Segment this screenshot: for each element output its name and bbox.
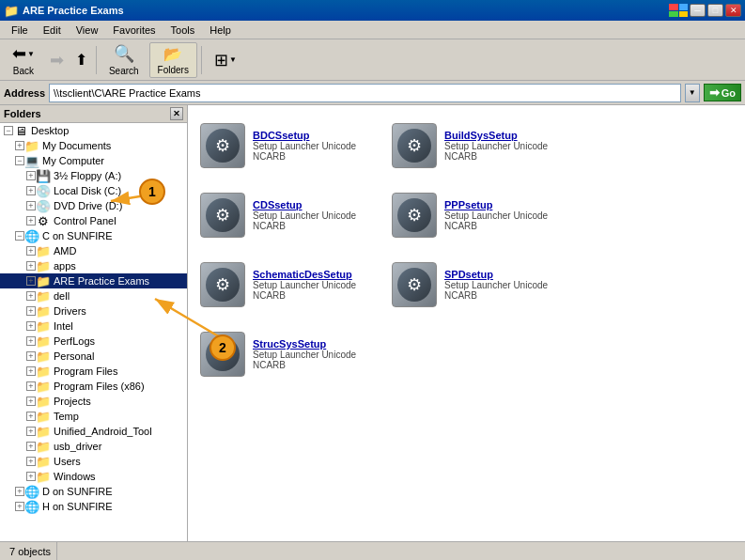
tree-expand-temp[interactable]: + (26, 412, 36, 421)
dropdown-arrow-views: ▼ (229, 55, 237, 64)
menu-file[interactable]: File (4, 23, 36, 38)
tree-item-apps[interactable]: +📁apps (0, 258, 187, 273)
tree-item-my-computer[interactable]: −💻My Computer (0, 153, 187, 168)
tree-item-amd[interactable]: +📁AMD (0, 243, 187, 258)
tree-label-control-panel: Control Panel (54, 215, 116, 226)
tree-expand-local-disk[interactable]: + (26, 186, 36, 195)
tree-expand-windows[interactable]: + (26, 472, 36, 481)
file-item-cds[interactable]: ⚙CDSsetupSetup Launcher UnicodeNCARB (195, 182, 383, 248)
tree-expand-intel[interactable]: + (26, 321, 36, 331)
tree-label-d-on-sunfire: D on SUNFIRE (42, 486, 113, 497)
tree-expand-program-files[interactable]: + (26, 366, 36, 376)
tree-item-my-docs[interactable]: +📁My Documents (0, 138, 187, 153)
tree-expand-drivers[interactable]: + (26, 306, 36, 316)
tree-item-dvd[interactable]: +💿DVD Drive (D:) (0, 198, 187, 213)
close-button[interactable]: ✕ (725, 4, 741, 17)
tree-item-personal[interactable]: +📁Personal (0, 349, 187, 364)
tree-expand-usb-driver[interactable]: + (26, 442, 36, 451)
tree-expand-dvd[interactable]: + (26, 201, 36, 210)
file-item-spd[interactable]: ⚙SPDsetupSetup Launcher UnicodeNCARB (387, 252, 575, 318)
file-publisher-spd: NCARB (444, 290, 548, 301)
tree-expand-projects[interactable]: + (26, 397, 36, 406)
main-area: Folders ✕ −🖥Desktop+📁My Documents−💻My Co… (0, 105, 745, 541)
tree-item-perflogs[interactable]: +📁PerfLogs (0, 334, 187, 349)
menu-help[interactable]: Help (202, 23, 239, 38)
tree-label-apps: apps (54, 260, 76, 272)
separator-1 (96, 46, 97, 74)
file-item-buildsys[interactable]: ⚙BuildSysSetupSetup Launcher UnicodeNCAR… (387, 113, 575, 179)
tree-item-intel[interactable]: +📁Intel (0, 319, 187, 334)
menu-view[interactable]: View (69, 23, 106, 38)
file-item-schematic[interactable]: ⚙SchematicDesSetupSetup Launcher Unicode… (195, 252, 383, 318)
file-icon-ppp: ⚙ (392, 193, 437, 238)
tree-item-usb-driver[interactable]: +📁usb_driver (0, 439, 187, 454)
file-item-bdcs[interactable]: ⚙BDCSsetupSetup Launcher UnicodeNCARB (195, 113, 383, 179)
file-publisher-bdcs: NCARB (253, 151, 356, 162)
search-button[interactable]: 🔍 Search (101, 42, 147, 78)
tree-expand-unified[interactable]: + (26, 427, 36, 436)
file-type-spd: Setup Launcher Unicode (444, 280, 548, 290)
menu-favorites[interactable]: Favorites (105, 23, 163, 38)
menu-tools[interactable]: Tools (163, 23, 203, 38)
tree-expand-dell[interactable]: + (26, 291, 36, 301)
tree-expand-h-on-sunfire[interactable]: + (15, 502, 24, 511)
tree-item-dell[interactable]: +📁dell (0, 288, 187, 303)
menu-edit[interactable]: Edit (36, 23, 69, 38)
views-button[interactable]: ⊞ ▼ (206, 42, 245, 78)
tree-item-windows[interactable]: +📁Windows (0, 469, 187, 484)
file-type-bdcs: Setup Launcher Unicode (253, 141, 356, 151)
window-icon: 📁 (4, 4, 19, 18)
file-info-cds: CDSsetupSetup Launcher UnicodeNCARB (253, 199, 356, 231)
tree-expand-c-on-sunfire[interactable]: − (15, 231, 24, 241)
file-info-schematic: SchematicDesSetupSetup Launcher UnicodeN… (253, 269, 356, 301)
tree-item-d-on-sunfire[interactable]: +🌐D on SUNFIRE (0, 484, 187, 499)
file-item-strucsys[interactable]: ⚙StrucSysSetupSetup Launcher UnicodeNCAR… (195, 321, 383, 387)
tree-item-users[interactable]: +📁Users (0, 454, 187, 469)
tree-expand-d-on-sunfire[interactable]: + (15, 487, 24, 496)
maximize-button[interactable]: □ (707, 4, 723, 17)
tree-item-projects[interactable]: +📁Projects (0, 394, 187, 409)
tree-item-are-practice[interactable]: +📁ARE Practice Exams (0, 273, 187, 288)
forward-button[interactable]: ➡ (45, 42, 69, 78)
folder-tree[interactable]: −🖥Desktop+📁My Documents−💻My Computer+💾3½… (0, 123, 187, 541)
go-button[interactable]: ➡ Go (704, 84, 741, 101)
file-icon-buildsys: ⚙ (392, 123, 437, 168)
address-dropdown[interactable]: ▼ (685, 84, 700, 102)
tree-expand-perflogs[interactable]: + (26, 336, 36, 346)
up-button[interactable]: ⬆ (70, 42, 92, 78)
tree-item-h-on-sunfire[interactable]: +🌐H on SUNFIRE (0, 499, 187, 514)
tree-expand-desktop[interactable]: − (4, 126, 13, 135)
tree-item-desktop[interactable]: −🖥Desktop (0, 123, 187, 138)
back-button[interactable]: ⬅ ▼ Back (4, 42, 43, 78)
tree-item-program-files[interactable]: +📁Program Files (0, 364, 187, 379)
tree-item-floppy[interactable]: +💾3½ Floppy (A:) (0, 168, 187, 183)
back-icon: ⬅ (12, 43, 26, 64)
tree-expand-floppy[interactable]: + (26, 171, 36, 180)
tree-expand-personal[interactable]: + (26, 351, 36, 361)
folder-icon-d-on-sunfire: 🌐 (24, 485, 39, 498)
tree-expand-are-practice[interactable]: + (26, 276, 36, 286)
tree-expand-program-files-x86[interactable]: + (26, 381, 36, 391)
file-name-schematic: SchematicDesSetup (253, 269, 356, 280)
tree-item-control-panel[interactable]: +⚙Control Panel (0, 213, 187, 228)
folders-button[interactable]: 📂 Folders (149, 42, 197, 78)
tree-expand-control-panel[interactable]: + (26, 216, 36, 226)
window-title: ARE Practice Exams (23, 5, 124, 16)
file-icon-schematic: ⚙ (200, 262, 245, 307)
address-input[interactable] (49, 84, 681, 102)
tree-expand-my-docs[interactable]: + (15, 141, 24, 150)
tree-expand-apps[interactable]: + (26, 261, 36, 271)
minimize-button[interactable]: ─ (690, 4, 706, 17)
tree-item-program-files-x86[interactable]: +📁Program Files (x86) (0, 379, 187, 394)
tree-item-local-disk[interactable]: +💿Local Disk (C:) (0, 183, 187, 198)
tree-expand-my-computer[interactable]: − (15, 156, 24, 165)
tree-item-unified[interactable]: +📁Unified_Android_Tool (0, 424, 187, 439)
file-item-ppp[interactable]: ⚙PPPsetupSetup Launcher UnicodeNCARB (387, 182, 575, 248)
tree-item-drivers[interactable]: +📁Drivers (0, 303, 187, 319)
tree-item-temp[interactable]: +📁Temp (0, 409, 187, 424)
tree-item-c-on-sunfire[interactable]: −🌐C on SUNFIRE (0, 228, 187, 243)
go-label: Go (722, 87, 736, 99)
panel-close-button[interactable]: ✕ (170, 107, 183, 120)
tree-expand-amd[interactable]: + (26, 246, 36, 256)
tree-expand-users[interactable]: + (26, 457, 36, 466)
